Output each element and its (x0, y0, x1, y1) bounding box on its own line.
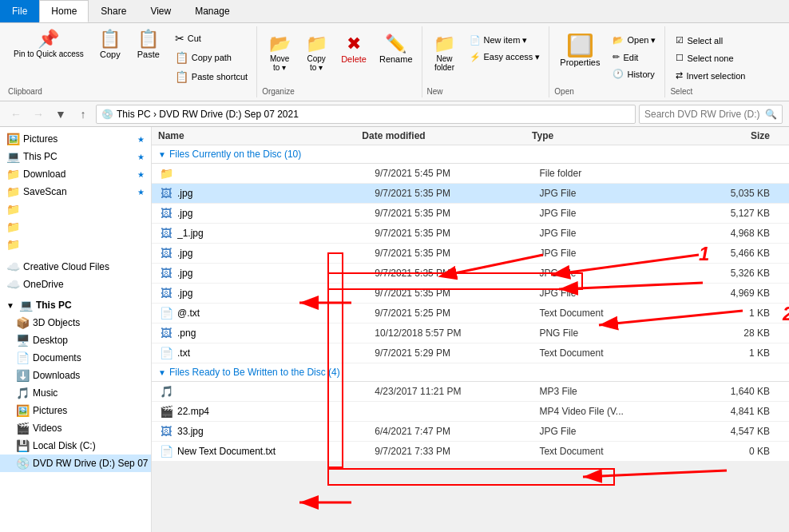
sidebar-item-downloads[interactable]: ⬇️ Downloads (0, 367, 151, 384)
this-pc-section-icon: 💻 (19, 299, 33, 312)
creative-cloud-icon: ☁️ (6, 260, 20, 273)
edit-button[interactable]: ✏ Edit (607, 50, 661, 65)
table-row[interactable]: 🖼 .jpg 9/7/2021 5:35 PM JPG File 5,127 K… (152, 204, 789, 224)
pin-to-quick-access-button[interactable]: 📌 Pin to Quick access (8, 26, 89, 63)
copy-button[interactable]: 📋 Copy (93, 26, 128, 63)
sidebar-item-music[interactable]: 🎵 Music (0, 384, 151, 402)
sidebar-item-documents[interactable]: 📄 Documents (0, 349, 151, 367)
table-row[interactable]: 🖼 _1.jpg 9/7/2021 5:35 PM JPG File 4,968… (152, 224, 789, 244)
sidebar-item-download[interactable]: 📁 Download ★ (0, 165, 151, 183)
sidebar-item-this-pc-section[interactable]: ▼ 💻 This PC (0, 296, 151, 314)
paste-button[interactable]: 📋 Paste (131, 26, 166, 63)
sidebar-item-folder1[interactable]: 📁 (0, 200, 151, 218)
history-label: History (627, 69, 654, 79)
cut-label: Cut (188, 34, 201, 43)
col-size-header[interactable]: Size (668, 130, 783, 141)
col-type-header[interactable]: Type (532, 130, 668, 141)
up-button[interactable]: ↑ (73, 105, 93, 124)
delete-label: Delete (341, 54, 367, 64)
back-button[interactable]: ← (6, 105, 26, 124)
table-row[interactable]: 🖼 33.jpg 6/4/2021 7:47 PM JPG File 4,547… (152, 422, 789, 442)
column-header: Name Date modified Type Size (152, 127, 789, 145)
sidebar-item-desktop[interactable]: 🖥️ Desktop (0, 332, 151, 349)
folder1-icon: 📁 (6, 203, 20, 216)
paste-shortcut-button[interactable]: 📋 Paste shortcut (169, 68, 253, 85)
sidebar: 🖼️ Pictures ★ 💻 This PC ★ 📁 Download ★ 📁… (0, 127, 152, 532)
tab-share[interactable]: Share (89, 0, 138, 22)
select-none-button[interactable]: ☐ Select none (670, 50, 751, 66)
tab-home[interactable]: Home (39, 0, 89, 22)
easy-access-button[interactable]: ⚡ Easy access ▾ (464, 50, 546, 65)
rename-label: Rename (379, 54, 413, 64)
table-row[interactable]: 🎵 4/23/2017 11:21 PM MP3 File 1,640 KB (152, 382, 789, 402)
folder3-icon: 📁 (6, 238, 20, 251)
copy-to-button[interactable]: 📁 Copyto ▾ (299, 30, 334, 76)
sidebar-item-savescan[interactable]: 📁 SaveScan ★ (0, 183, 151, 200)
sidebar-item-pictures[interactable]: 🖼️ Pictures ★ (0, 130, 151, 148)
rename-icon: ✏️ (385, 34, 406, 54)
jpg-icon: 🖼 (158, 225, 174, 241)
sidebar-item-videos[interactable]: 🎬 Videos (0, 419, 151, 437)
jpg-icon: 🖼 (158, 265, 174, 281)
delete-button[interactable]: ✖ Delete (335, 30, 372, 68)
jpg-icon: 🖼 (158, 205, 174, 221)
sidebar-item-onedrive[interactable]: ☁️ OneDrive (0, 276, 151, 293)
col-date-header[interactable]: Date modified (362, 130, 532, 141)
col-name-header[interactable]: Name (158, 130, 362, 141)
new-folder-button[interactable]: 📁 Newfolder (427, 30, 462, 76)
select-none-icon: ☐ (676, 53, 684, 63)
sidebar-item-local-disk[interactable]: 💾 Local Disk (C:) (0, 437, 151, 455)
address-path[interactable]: 💿 This PC › DVD RW Drive (D:) Sep 07 202… (96, 105, 636, 124)
cut-button[interactable]: ✂ Cut (169, 30, 253, 47)
table-row[interactable]: 🖼 .jpg 9/7/2021 5:35 PM JPG File 5,035 K… (152, 184, 789, 204)
path-text: This PC › DVD RW Drive (D:) Sep 07 2021 (117, 109, 299, 120)
tab-manage[interactable]: Manage (183, 0, 241, 22)
rename-button[interactable]: ✏️ Rename (374, 30, 418, 68)
open-label: Open (554, 85, 661, 97)
clipboard-label: Clipboard (8, 85, 253, 97)
search-input[interactable] (644, 109, 765, 120)
jpg-ready-icon: 🖼 (158, 423, 174, 439)
table-row[interactable]: 🖼 .png 10/12/2018 5:57 PM PNG File 28 KB (152, 324, 789, 343)
forward-button[interactable]: → (29, 105, 48, 124)
invert-label: Invert selection (686, 71, 745, 81)
sidebar-item-dvd-drive[interactable]: 💿 DVD RW Drive (D:) Sep 07 (0, 455, 151, 472)
table-row[interactable]: 🖼 .jpg 9/7/2021 5:35 PM JPG File 4,969 K… (152, 284, 789, 304)
history-button[interactable]: 🕐 History (607, 66, 661, 81)
table-row[interactable]: 🖼 .jpg 9/7/2021 5:35 PM JPG File 5,326 K… (152, 264, 789, 284)
new-txt-icon: 📄 (158, 443, 174, 459)
open-button[interactable]: 📂 Open ▾ (607, 33, 661, 48)
tab-file[interactable]: File (0, 0, 39, 22)
disc-section-header[interactable]: ▼ Files Currently on the Disc (10) (152, 145, 789, 164)
documents-icon: 📄 (16, 351, 30, 364)
ready-icon-arrow (291, 490, 355, 514)
ready-section-header[interactable]: ▼ Files Ready to Be Written to the Disc … (152, 363, 789, 382)
new-item-icon: 📄 (470, 35, 481, 46)
sidebar-item-pictures-pc[interactable]: 🖼️ Pictures (0, 402, 151, 419)
move-to-button[interactable]: 📂 Moveto ▾ (262, 30, 297, 76)
sidebar-item-folder2[interactable]: 📁 (0, 218, 151, 236)
properties-button[interactable]: ⬜ Properties (554, 30, 605, 71)
table-row[interactable]: 📄 New Text Document.txt 9/7/2021 7:33 PM… (152, 442, 789, 462)
table-row[interactable]: 🎬 22.mp4 MP4 Video File (V... 4,841 KB (152, 402, 789, 422)
invert-selection-button[interactable]: ⇄ Invert selection (670, 68, 751, 83)
easy-access-icon: ⚡ (470, 52, 481, 62)
ready-section-title: Files Ready to Be Written to the Disc (4… (169, 367, 340, 378)
table-row[interactable]: 📄 @.txt 9/7/2021 5:25 PM Text Document 1… (152, 304, 789, 324)
sidebar-item-this-pc[interactable]: 💻 This PC ★ (0, 148, 151, 165)
table-row[interactable]: 📄 .txt 9/7/2021 5:29 PM Text Document 1 … (152, 343, 789, 363)
new-item-button[interactable]: 📄 New item ▾ (464, 33, 546, 48)
tab-view[interactable]: View (138, 0, 183, 22)
table-row[interactable]: 📁 9/7/2021 5:45 PM File folder (152, 164, 789, 184)
sidebar-item-creative-cloud[interactable]: ☁️ Creative Cloud Files (0, 258, 151, 276)
savescan-icon: 📁 (6, 185, 20, 198)
recent-locations-button[interactable]: ▼ (51, 105, 70, 124)
table-row[interactable]: 🖼 .jpg 9/7/2021 5:35 PM JPG File 5,466 K… (152, 244, 789, 264)
select-all-button[interactable]: ☑ Select all (670, 33, 751, 48)
sidebar-item-3d-objects[interactable]: 📦 3D Objects (0, 314, 151, 332)
main-layout: 🖼️ Pictures ★ 💻 This PC ★ 📁 Download ★ 📁… (0, 127, 789, 532)
desktop-icon: 🖥️ (16, 334, 30, 347)
sidebar-item-folder3[interactable]: 📁 (0, 236, 151, 253)
jpg-icon: 🖼 (158, 185, 174, 201)
copy-path-button[interactable]: 📋 Copy path (169, 49, 253, 66)
